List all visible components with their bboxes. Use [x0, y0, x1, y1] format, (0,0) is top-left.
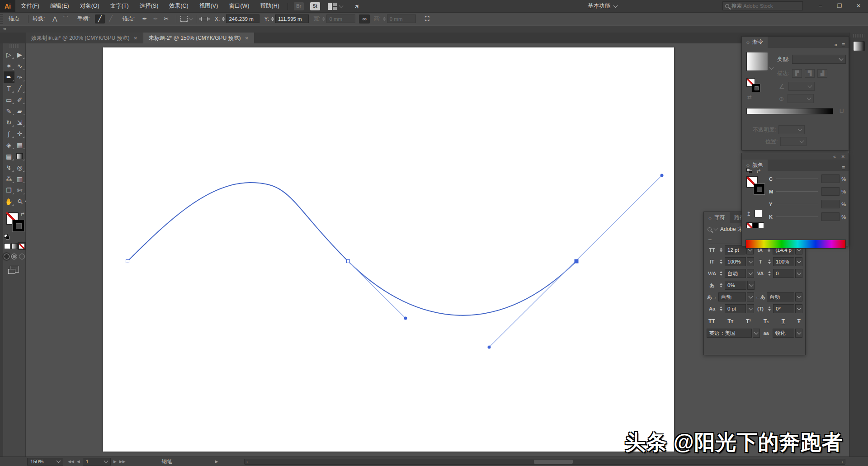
chevron-down-icon[interactable] [189, 16, 193, 20]
arrange-documents-icon[interactable] [328, 3, 337, 10]
vertical-scale-input[interactable]: 100% [725, 257, 746, 266]
direct-selection-tool[interactable]: ▶ [14, 49, 25, 60]
maximize-button[interactable]: ❐ [830, 0, 849, 12]
zoom-level-select[interactable]: 150% [27, 458, 63, 466]
tsume-stepper[interactable] [720, 283, 722, 287]
stock-search-input[interactable]: 搜索 Adobe Stock [722, 1, 803, 10]
close-button[interactable]: ✕ [849, 0, 868, 12]
free-transform-tool[interactable]: ✛ [14, 128, 25, 139]
current-color-swatch[interactable] [755, 210, 762, 217]
horizontal-scrollbar[interactable]: ‹ › [244, 459, 845, 465]
gradient-fill-stroke-icon[interactable] [746, 78, 762, 94]
rectangle-tool[interactable]: ▭ [4, 94, 14, 105]
kerning-dropdown[interactable] [747, 269, 754, 278]
black-swatch[interactable] [752, 222, 758, 228]
collapse-dock-icon[interactable]: ◂◂ [3, 27, 5, 31]
remove-anchor-icon[interactable]: ✒ [140, 14, 150, 24]
column-graph-tool[interactable]: ▥ [14, 173, 25, 184]
gradient-type-select[interactable] [792, 55, 846, 64]
constrain-proportions-icon[interactable]: ∞ [359, 14, 370, 24]
character-rotation-stepper[interactable] [768, 306, 771, 311]
hide-handles-icon[interactable]: ╱ [106, 14, 116, 24]
screen-mode-button[interactable] [10, 266, 19, 273]
gradient-tool[interactable] [14, 151, 25, 162]
isolate-selection-icon[interactable] [180, 16, 188, 22]
artboard-number-select[interactable]: 1 [83, 458, 111, 466]
swap-fill-stroke-icon[interactable]: ⇄ [756, 168, 760, 174]
stock-icon[interactable]: St [310, 2, 320, 10]
horizontal-scale-dropdown[interactable] [795, 257, 802, 266]
default-fill-stroke-icon[interactable] [4, 234, 9, 240]
perspective-grid-tool[interactable]: ▦ [14, 139, 25, 151]
pen-tool[interactable]: ✒ [4, 71, 14, 83]
strikethrough-button[interactable]: Ŧ [797, 318, 801, 325]
blend-tool[interactable]: ◎ [14, 162, 25, 173]
character-rotation-dropdown[interactable] [795, 304, 802, 313]
spacing-left-dropdown[interactable] [747, 292, 754, 301]
magic-wand-tool[interactable]: ✶ [4, 60, 14, 71]
color-spectrum-bar[interactable] [745, 240, 846, 249]
add-anchor-icon[interactable]: ✒ [151, 14, 160, 24]
eraser-tool[interactable]: ▰ [14, 105, 25, 117]
close-tab-icon[interactable]: ✕ [245, 36, 249, 41]
cyan-input[interactable] [821, 174, 840, 183]
type-tool[interactable]: T [4, 83, 14, 94]
vertical-scale-dropdown[interactable] [747, 257, 754, 266]
draw-normal-button[interactable] [4, 254, 9, 259]
line-segment-tool[interactable]: ╱ [14, 83, 25, 94]
character-rotation-input[interactable]: 0° [773, 304, 794, 313]
tracking-dropdown[interactable] [795, 269, 802, 278]
panel-grip[interactable] [0, 13, 3, 25]
horizontal-scale-input[interactable]: 100% [773, 257, 794, 266]
convert-to-smooth-icon[interactable]: ⌒ [61, 14, 71, 24]
tracking-input[interactable]: 0 [773, 269, 794, 278]
yellow-input[interactable] [821, 200, 840, 208]
vertical-scale-stepper[interactable] [720, 259, 722, 264]
anti-alias-dropdown[interactable] [795, 329, 802, 338]
menu-effect[interactable]: 效果(C) [164, 0, 193, 12]
anti-alias-select[interactable]: 锐化 [773, 329, 794, 338]
transform-icon[interactable]: ⛶ [422, 14, 432, 24]
curvature-tool[interactable]: ✑ [14, 71, 25, 83]
close-panel-icon[interactable]: ✕ [841, 154, 845, 159]
small-caps-button[interactable]: Tᴛ [727, 318, 733, 325]
default-fill-stroke-icon[interactable] [746, 168, 752, 174]
menu-edit[interactable]: 编辑(E) [45, 0, 75, 12]
artboard-tool[interactable]: ❐ [4, 184, 14, 196]
magenta-input[interactable] [821, 187, 840, 196]
draw-behind-button[interactable] [11, 254, 17, 259]
symbol-sprayer-tool[interactable]: ⁂ [4, 173, 14, 184]
horizontal-scale-stepper[interactable] [768, 259, 771, 264]
next-artboard-icon[interactable]: ▶ [113, 459, 117, 464]
scrollbar-thumb[interactable] [534, 460, 573, 464]
tsume-input[interactable]: 0% [725, 281, 746, 290]
workspace-switcher[interactable]: 基本功能 [584, 1, 621, 11]
convert-to-corner-icon[interactable]: ⋀ [50, 14, 60, 24]
mesh-tool[interactable]: ▤ [4, 151, 14, 162]
menu-help[interactable]: 帮助(H) [255, 0, 285, 12]
underline-button[interactable]: T [782, 318, 785, 325]
font-size-input[interactable]: 12 pt [725, 245, 745, 254]
document-tab-active[interactable]: 未标题-2* @ 150% (CMYK/GPU 预览) ✕ [143, 33, 254, 43]
last-artboard-icon[interactable]: ▶▶ [119, 459, 126, 464]
menu-window[interactable]: 窗口(W) [223, 0, 255, 12]
swap-fill-stroke-icon[interactable]: ⇄ [21, 212, 24, 217]
none-swatch[interactable] [746, 222, 752, 228]
paintbrush-tool[interactable]: ✐ [14, 94, 25, 105]
gradient-panel-icon[interactable] [853, 41, 865, 51]
tsume-dropdown[interactable] [747, 281, 755, 290]
show-handles-icon[interactable]: ╱ [95, 14, 105, 24]
rotate-tool[interactable]: ↻ [4, 117, 14, 128]
menu-view[interactable]: 视图(V) [194, 0, 224, 12]
font-size-stepper[interactable] [720, 248, 722, 252]
dock-grip[interactable] [853, 34, 864, 38]
menu-type[interactable]: 文字(T) [105, 0, 134, 12]
superscript-button[interactable]: T¹ [746, 318, 751, 325]
gradient-slider[interactable] [746, 108, 833, 114]
black-slider[interactable] [776, 217, 818, 217]
scale-tool[interactable]: ⇲ [14, 117, 25, 128]
draw-inside-button[interactable] [19, 254, 25, 259]
panel-menu-icon[interactable]: ≡ [842, 42, 845, 48]
shaper-tool[interactable]: ✎ [4, 105, 14, 117]
x-input[interactable]: 246.239 m [226, 14, 259, 23]
